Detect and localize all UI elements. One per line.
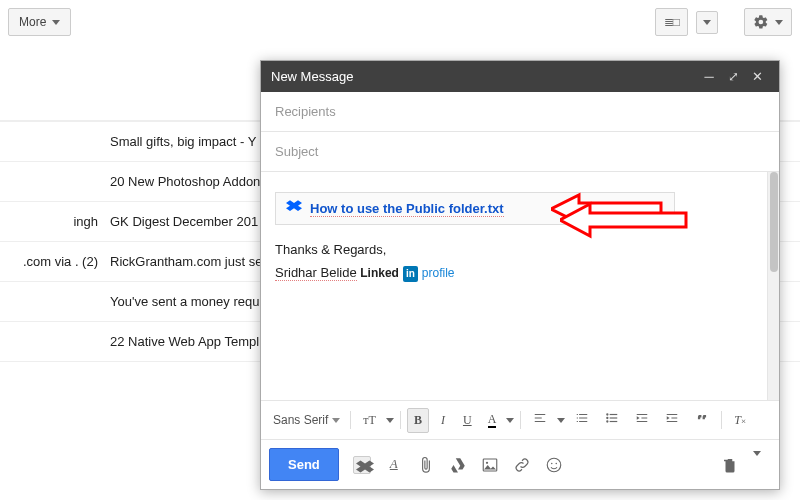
chevron-down-icon [506,418,514,423]
font-family-select[interactable]: Sans Serif [269,411,344,429]
quote-button[interactable] [689,407,715,433]
text-color-button[interactable]: A [482,408,503,432]
svg-rect-3 [610,417,618,418]
more-button[interactable]: More [8,8,71,36]
minimize-icon[interactable]: ─ [697,69,721,84]
more-label: More [19,15,46,29]
scroll-thumb[interactable] [770,172,778,272]
svg-point-10 [555,462,557,464]
svg-point-2 [606,417,608,419]
dropbox-icon[interactable] [353,456,371,474]
drive-icon[interactable] [449,456,467,474]
linkedin-badge[interactable]: Linkedin profile [360,265,454,282]
clear-formatting-button[interactable]: T× [728,409,752,432]
chevron-down-icon [52,20,60,25]
svg-marker-11 [560,204,686,236]
svg-rect-5 [610,421,618,422]
underline-button[interactable]: U [457,409,478,432]
chevron-down-icon [557,418,565,423]
format-toolbar: Sans Serif тT B I U A [261,400,779,439]
compose-scrollbar[interactable] [767,172,779,400]
recipients-field[interactable]: Recipients [261,92,779,132]
arrow-annotation [560,200,690,240]
align-button[interactable] [527,407,553,433]
chevron-down-icon [775,20,783,25]
chevron-down-icon [332,418,340,423]
display-density-dropdown[interactable] [696,11,718,34]
compose-titlebar[interactable]: New Message ─ ⤢ ✕ [261,61,779,92]
display-density-icon: ≣□ [664,15,679,29]
expand-icon[interactable]: ⤢ [721,69,745,84]
compose-sendbar: Send A [261,439,779,489]
svg-point-0 [606,413,608,415]
chevron-down-icon [753,451,761,471]
subject-field[interactable]: Subject [261,132,779,172]
more-options-button[interactable] [753,456,771,474]
bulleted-list-button[interactable] [599,407,625,433]
discard-icon[interactable] [721,456,739,474]
emoji-icon[interactable] [545,456,563,474]
gear-icon [753,14,769,30]
compose-body[interactable]: How to use the Public folder.txt Thanks … [261,172,767,400]
italic-button[interactable]: I [433,409,453,432]
font-size-button[interactable]: тT [357,409,382,432]
display-density-button[interactable]: ≣□ [655,8,688,36]
indent-less-button[interactable] [629,407,655,433]
svg-point-4 [606,420,608,422]
svg-point-7 [486,461,488,463]
bold-button[interactable]: B [407,408,429,433]
signature: Thanks & Regards, Sridhar Belide Linkedi… [275,241,753,282]
svg-point-9 [551,462,553,464]
svg-point-8 [547,458,561,472]
numbered-list-button[interactable] [569,407,595,433]
settings-button[interactable] [744,8,792,36]
send-button[interactable]: Send [269,448,339,481]
attachment-filename[interactable]: How to use the Public folder.txt [310,201,504,217]
svg-rect-1 [610,414,618,415]
dropbox-icon [286,199,302,218]
chevron-down-icon [386,418,394,423]
close-icon[interactable]: ✕ [745,69,769,84]
indent-more-button[interactable] [659,407,685,433]
compose-window: New Message ─ ⤢ ✕ Recipients Subject How… [260,60,780,490]
insert-image-icon[interactable] [481,456,499,474]
compose-title: New Message [271,69,697,84]
attachment-icon[interactable] [417,456,435,474]
chevron-down-icon [703,20,711,25]
formatting-toggle-button[interactable]: A [385,456,403,474]
insert-link-icon[interactable] [513,456,531,474]
